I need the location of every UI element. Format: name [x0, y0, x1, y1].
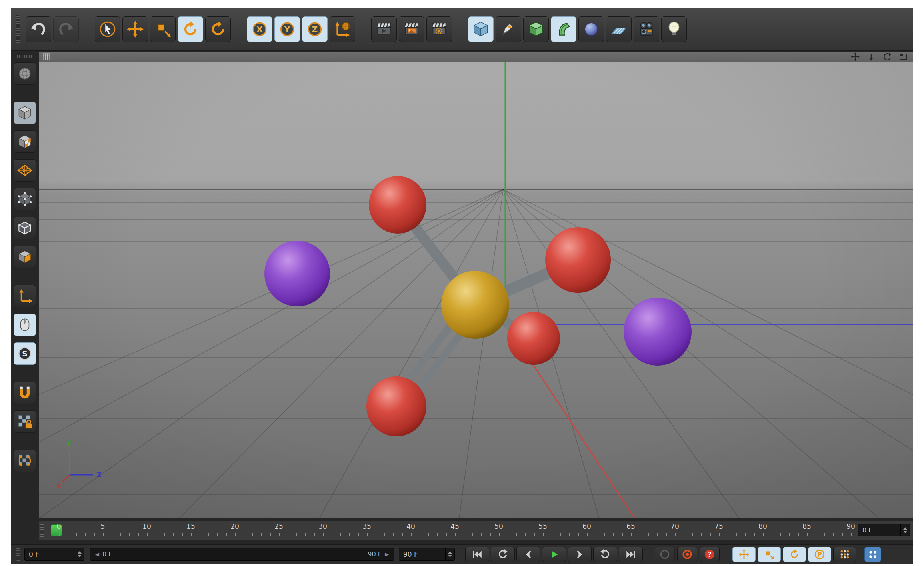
keyframe-scale-icon — [764, 549, 775, 560]
gold-sphere-center[interactable] — [441, 271, 509, 339]
ruler-minor-tick — [367, 533, 368, 536]
lock-x-axis-button[interactable]: X — [247, 16, 272, 42]
workplane-mode-button[interactable] — [14, 159, 36, 182]
goto-start-button[interactable] — [465, 547, 489, 562]
ruler-minor-tick — [384, 533, 385, 536]
toolbar-drag-handle[interactable] — [16, 15, 20, 43]
lock-workplane-button[interactable] — [14, 410, 36, 433]
previous-frame-button[interactable] — [516, 547, 540, 562]
goto-end-button[interactable] — [619, 547, 643, 562]
viewport-grid-icon[interactable] — [43, 53, 50, 60]
end-frame-stepper[interactable] — [445, 548, 454, 560]
ruler-minor-tick — [613, 533, 614, 536]
ruler-frame-stepper[interactable] — [900, 524, 910, 536]
floor-object-button[interactable] — [606, 16, 632, 42]
keyframe-scale-button[interactable] — [758, 547, 781, 562]
current-frame-field[interactable]: 0 F — [24, 548, 84, 561]
ruler-minor-tick — [833, 533, 834, 536]
render-to-picture-viewer-button[interactable] — [399, 16, 424, 42]
ruler-frame-field[interactable]: 0 F — [858, 524, 910, 536]
keyframe-position-button[interactable] — [732, 547, 756, 562]
playback-range-slider[interactable]: ◀ 0 F 90 F ▶ — [90, 548, 394, 561]
autokeying-button[interactable] — [677, 547, 697, 562]
rotate-tool-button[interactable] — [178, 16, 203, 42]
key-selection-button[interactable] — [864, 547, 881, 562]
light-object-button[interactable] — [661, 16, 687, 42]
animation-bar-handle[interactable] — [16, 548, 20, 561]
coordinate-system-button[interactable] — [330, 16, 355, 42]
rotate-icon — [181, 20, 200, 38]
sidebar-drag-handle[interactable] — [17, 55, 33, 58]
lock-y-axis-button[interactable]: Y — [274, 16, 300, 42]
ruler-frame-label: 5 — [101, 522, 105, 530]
gizmo-x-label: X — [57, 483, 61, 489]
enable-quantizing-button[interactable] — [14, 450, 36, 472]
play-backwards-button[interactable] — [491, 547, 515, 562]
snap-label: S — [22, 349, 28, 358]
ruler-minor-tick — [464, 533, 464, 536]
viewport[interactable]: Y X Z — [39, 62, 913, 518]
edges-mode-button[interactable] — [14, 217, 36, 239]
ruler-minor-tick — [560, 533, 561, 536]
subdivision-surface-button[interactable] — [523, 16, 549, 42]
next-frame-icon — [574, 549, 585, 560]
edit-render-settings-button[interactable] — [426, 16, 452, 42]
keyframe-pla-button[interactable] — [833, 547, 856, 562]
move-tool-button[interactable] — [122, 16, 148, 42]
current-frame-stepper[interactable] — [75, 548, 84, 560]
red-sphere-front[interactable] — [507, 312, 560, 365]
live-selection-button[interactable] — [95, 16, 120, 42]
environment-object-button[interactable] — [578, 16, 604, 42]
ruler-minor-tick — [314, 533, 315, 536]
polygons-mode-button[interactable] — [14, 246, 36, 268]
play-button[interactable] — [542, 547, 566, 562]
magnet-tool-button[interactable] — [14, 382, 36, 404]
enable-axis-button[interactable] — [14, 285, 36, 307]
red-sphere-bottom[interactable] — [366, 376, 426, 436]
toggle-view-button[interactable] — [897, 52, 909, 61]
red-sphere-top[interactable] — [369, 176, 426, 234]
ruler-minor-tick — [552, 533, 552, 536]
purple-sphere-right[interactable] — [624, 298, 692, 366]
render-picture-viewer-icon — [402, 20, 421, 38]
redo-button[interactable] — [53, 16, 79, 42]
pan-view-button[interactable] — [849, 52, 861, 61]
model-mode-button[interactable] — [14, 102, 36, 124]
bend-deformer-button[interactable] — [551, 16, 576, 42]
keyframe-position-icon — [738, 549, 750, 560]
ruler-minor-tick — [323, 533, 324, 536]
rotate-view-button[interactable] — [881, 52, 893, 61]
x-axis-label: X — [256, 25, 262, 34]
end-frame-field[interactable]: 90 F — [399, 548, 455, 561]
range-right-arrow[interactable]: ▶ — [385, 551, 389, 557]
texture-mode-button[interactable] — [14, 130, 36, 153]
timeline-ruler[interactable]: 051015202530354045505560657075808590 0 F — [39, 521, 913, 540]
record-disabled-button[interactable] — [655, 547, 675, 562]
enable-snap-button[interactable]: S — [14, 342, 36, 365]
keying-help-button[interactable]: ? — [700, 547, 720, 562]
points-mode-button[interactable] — [14, 188, 36, 210]
render-view-button[interactable] — [371, 16, 397, 42]
scale-tool-button[interactable] — [150, 16, 176, 42]
cycle-button[interactable] — [593, 547, 617, 562]
ruler-minor-tick — [772, 533, 772, 536]
purple-sphere-left[interactable] — [264, 241, 330, 306]
range-left-arrow[interactable]: ◀ — [95, 551, 99, 557]
render-view-icon — [375, 20, 393, 38]
add-cube-primitive-button[interactable] — [468, 16, 494, 42]
camera-object-button[interactable] — [634, 16, 659, 42]
red-sphere-right[interactable] — [545, 227, 611, 293]
next-frame-button[interactable] — [568, 547, 592, 562]
make-editable-button[interactable] — [14, 62, 36, 85]
undo-button[interactable] — [26, 16, 51, 42]
zoom-view-button[interactable] — [865, 52, 877, 61]
coordinate-system-icon — [333, 20, 352, 38]
keyframe-parameter-button[interactable]: P — [808, 547, 831, 562]
lock-z-axis-button[interactable]: Z — [302, 16, 328, 42]
freehand-spline-button[interactable] — [496, 16, 521, 42]
previous-frame-icon — [523, 549, 534, 560]
keyframe-rotation-button[interactable] — [783, 547, 806, 562]
ruler-minor-tick — [446, 533, 447, 536]
last-tool-button[interactable] — [205, 16, 231, 42]
viewport-solo-button[interactable] — [14, 314, 36, 336]
